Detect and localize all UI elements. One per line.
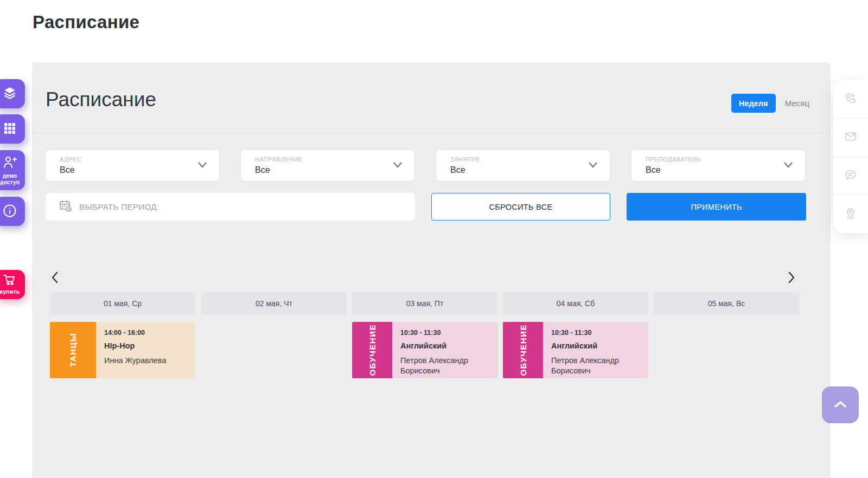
period-input[interactable] <box>79 202 383 211</box>
day-header: 05 мая, Вс <box>654 292 799 315</box>
filter-label: НАПРАВЛЕНИЕ <box>255 156 302 163</box>
grid-icon <box>3 121 17 137</box>
apply-button[interactable]: ПРИМЕНИТЬ <box>627 193 806 221</box>
filter-teacher[interactable]: ПРЕПОДАВАТЕЛЬ Все <box>631 150 805 181</box>
person-add-icon <box>2 155 18 171</box>
event-category: ОБУЧЕНИЕ <box>519 324 528 376</box>
event-time: 10:30 - 11:30 <box>400 329 493 337</box>
layers-button[interactable] <box>0 79 25 108</box>
event-category-strip: ТАНЦЫ <box>50 322 96 378</box>
event-category: ТАНЦЫ <box>68 333 78 367</box>
card-header: Расписание Неделя Месяц <box>32 62 831 133</box>
week-toggle-button[interactable]: Неделя <box>731 94 776 113</box>
day-header: 03 мая, Пт <box>352 292 497 315</box>
filter-label: ПРЕПОДАВАТЕЛЬ <box>646 156 701 163</box>
event-title: Английский <box>551 341 644 350</box>
page-title: Расписание <box>33 12 139 33</box>
filter-class[interactable]: ЗАНЯТИЕ Все <box>436 150 610 181</box>
filter-address[interactable]: АДРЕС Все <box>46 150 219 181</box>
apps-grid-button[interactable] <box>0 114 25 144</box>
event-title: HIp-Hop <box>104 341 191 350</box>
scroll-to-top-button[interactable] <box>822 386 859 423</box>
event-teacher: Петров Александр Борисович <box>551 356 644 376</box>
calendar-clock-icon <box>59 199 73 215</box>
event-body: 10:30 - 11:30 Английский Петров Александ… <box>392 322 497 378</box>
buy-label: купить <box>0 288 20 295</box>
schedule-page: Расписание Расписание Неделя Месяц АДРЕС… <box>0 0 868 478</box>
info-button[interactable] <box>0 197 25 226</box>
filter-value: Все <box>646 165 661 175</box>
filter-label: АДРЕС <box>60 156 81 163</box>
filter-value: Все <box>255 165 270 175</box>
demo-access-label: демо доступ <box>0 172 25 185</box>
contact-panel <box>833 80 868 233</box>
day-header: 04 мая, Сб <box>503 292 648 315</box>
day-header: 02 мая, Чт <box>201 292 347 315</box>
chat-contact-button[interactable] <box>833 157 868 196</box>
event-category-strip: ОБУЧЕНИЕ <box>503 322 543 378</box>
phone-icon <box>844 91 858 107</box>
month-toggle-button[interactable]: Месяц <box>785 99 809 108</box>
filter-direction[interactable]: НАПРАВЛЕНИЕ Все <box>241 150 414 181</box>
location-contact-button[interactable] <box>833 195 868 233</box>
reset-all-button[interactable]: СБРОСИТЬ ВСЕ <box>431 193 610 221</box>
event-time: 14:00 - 16:00 <box>104 329 191 337</box>
chevron-down-icon <box>588 161 598 171</box>
chat-icon <box>844 168 858 184</box>
event-card[interactable]: ОБУЧЕНИЕ 10:30 - 11:30 Английский Петров… <box>352 322 497 378</box>
view-toggle: Неделя Месяц <box>731 94 809 113</box>
location-icon <box>844 206 858 222</box>
event-teacher: Петров Александр Борисович <box>400 356 493 376</box>
mail-contact-button[interactable] <box>833 119 868 157</box>
next-week-button[interactable] <box>784 270 799 285</box>
filter-label: ЗАНЯТИЕ <box>450 156 480 163</box>
card-title: Расписание <box>46 88 156 111</box>
event-category-strip: ОБУЧЕНИЕ <box>352 322 392 378</box>
event-card[interactable]: ОБУЧЕНИЕ 10:30 - 11:30 Английский Петров… <box>503 322 648 378</box>
info-icon <box>2 203 17 220</box>
layers-icon <box>2 86 17 102</box>
filters-row: АДРЕС Все НАПРАВЛЕНИЕ Все ЗАНЯТИЕ Все <box>46 150 805 181</box>
mail-icon <box>844 130 858 145</box>
calendar-week-view: 01 мая, Ср 02 мая, Чт 03 мая, Пт 04 мая,… <box>32 247 831 478</box>
schedule-card: Расписание Неделя Месяц АДРЕС Все НАПРАВ… <box>32 62 831 478</box>
event-card[interactable]: ТАНЦЫ 14:00 - 16:00 HIp-Hop Инна Журавле… <box>50 322 195 378</box>
filter-value: Все <box>60 165 75 175</box>
event-time: 10:30 - 11:30 <box>551 329 644 337</box>
demo-access-button[interactable]: демо доступ <box>0 150 25 190</box>
period-field[interactable] <box>46 193 415 221</box>
filter-value: Все <box>450 165 465 175</box>
event-body: 14:00 - 16:00 HIp-Hop Инна Журавлева <box>96 322 195 378</box>
chevron-down-icon <box>783 161 793 171</box>
period-row: СБРОСИТЬ ВСЕ ПРИМЕНИТЬ <box>46 193 806 221</box>
cart-icon <box>3 274 17 288</box>
prev-week-button[interactable] <box>47 270 62 285</box>
event-body: 10:30 - 11:30 Английский Петров Александ… <box>543 322 648 378</box>
buy-button[interactable]: купить <box>0 270 25 299</box>
phone-contact-button[interactable] <box>833 80 868 119</box>
event-teacher: Инна Журавлева <box>104 356 191 366</box>
chevron-up-icon <box>832 399 848 411</box>
day-header: 01 мая, Ср <box>50 292 195 315</box>
event-category: ОБУЧЕНИЕ <box>368 324 377 376</box>
event-title: Английский <box>400 341 493 350</box>
chevron-down-icon <box>393 161 403 171</box>
chevron-down-icon <box>197 161 207 171</box>
